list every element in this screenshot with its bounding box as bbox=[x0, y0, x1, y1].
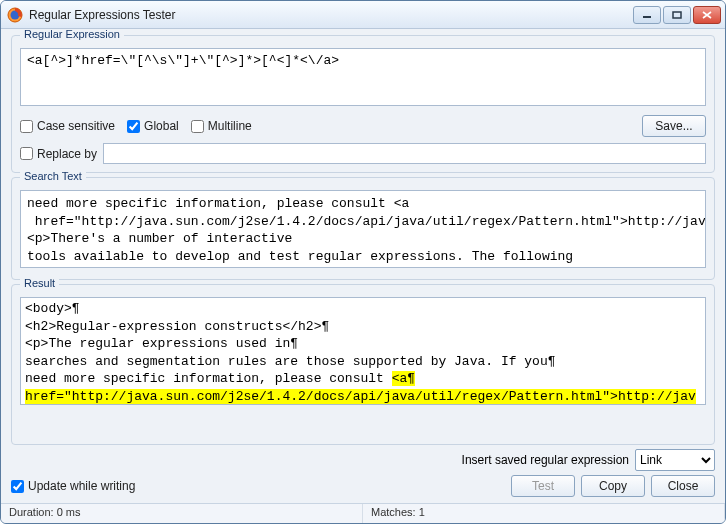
test-button[interactable]: Test bbox=[511, 475, 575, 497]
status-duration: Duration: 0 ms bbox=[1, 504, 363, 523]
close-window-button[interactable] bbox=[693, 6, 721, 24]
svg-rect-2 bbox=[643, 16, 651, 18]
regex-group: Regular Expression <a[^>]*href=\"[^\s\"]… bbox=[11, 35, 715, 173]
app-icon bbox=[7, 7, 23, 23]
update-while-writing-option[interactable]: Update while writing bbox=[11, 479, 135, 493]
case-sensitive-option[interactable]: Case sensitive bbox=[20, 119, 115, 133]
search-text-group: Search Text need more specific informati… bbox=[11, 177, 715, 280]
result-output[interactable]: <body>¶ <h2>Regular-expression construct… bbox=[20, 297, 706, 405]
update-while-writing-label: Update while writing bbox=[28, 479, 135, 493]
regex-group-title: Regular Expression bbox=[20, 29, 124, 40]
replace-option[interactable]: Replace by bbox=[20, 147, 97, 161]
close-button[interactable]: Close bbox=[651, 475, 715, 497]
replace-label: Replace by bbox=[37, 147, 97, 161]
replace-row: Replace by bbox=[20, 143, 706, 164]
app-window: Regular Expressions Tester Regular Expre… bbox=[0, 0, 726, 524]
window-buttons bbox=[633, 6, 721, 24]
global-label: Global bbox=[144, 119, 179, 133]
multiline-checkbox[interactable] bbox=[191, 120, 204, 133]
result-title: Result bbox=[20, 277, 59, 289]
replace-input[interactable] bbox=[103, 143, 706, 164]
global-checkbox[interactable] bbox=[127, 120, 140, 133]
result-group: Result <body>¶ <h2>Regular-expression co… bbox=[11, 284, 715, 445]
action-row: Update while writing Test Copy Close bbox=[1, 473, 725, 503]
global-option[interactable]: Global bbox=[127, 119, 179, 133]
copy-button[interactable]: Copy bbox=[581, 475, 645, 497]
update-while-writing-checkbox[interactable] bbox=[11, 480, 24, 493]
titlebar: Regular Expressions Tester bbox=[1, 1, 725, 29]
maximize-button[interactable] bbox=[663, 6, 691, 24]
search-text-input[interactable]: need more specific information, please c… bbox=[20, 190, 706, 268]
minimize-button[interactable] bbox=[633, 6, 661, 24]
case-sensitive-checkbox[interactable] bbox=[20, 120, 33, 133]
window-title: Regular Expressions Tester bbox=[29, 8, 633, 22]
case-sensitive-label: Case sensitive bbox=[37, 119, 115, 133]
save-button[interactable]: Save... bbox=[642, 115, 706, 137]
replace-checkbox[interactable] bbox=[20, 147, 33, 160]
svg-rect-3 bbox=[673, 12, 681, 18]
result-pre: <body>¶ <h2>Regular-expression construct… bbox=[25, 301, 556, 386]
insert-label: Insert saved regular expression bbox=[462, 453, 629, 467]
multiline-option[interactable]: Multiline bbox=[191, 119, 252, 133]
regex-input[interactable]: <a[^>]*href=\"[^\s\"]+\"[^>]*>[^<]*<\/a> bbox=[20, 48, 706, 106]
content-area: Regular Expression <a[^>]*href=\"[^\s\"]… bbox=[1, 29, 725, 445]
status-matches: Matches: 1 bbox=[363, 504, 725, 523]
insert-row: Insert saved regular expression Link bbox=[1, 445, 725, 473]
saved-regex-select[interactable]: Link bbox=[635, 449, 715, 471]
options-row: Case sensitive Global Multiline Save... bbox=[20, 115, 706, 137]
search-text-title: Search Text bbox=[20, 170, 86, 182]
multiline-label: Multiline bbox=[208, 119, 252, 133]
statusbar: Duration: 0 ms Matches: 1 bbox=[1, 503, 725, 523]
